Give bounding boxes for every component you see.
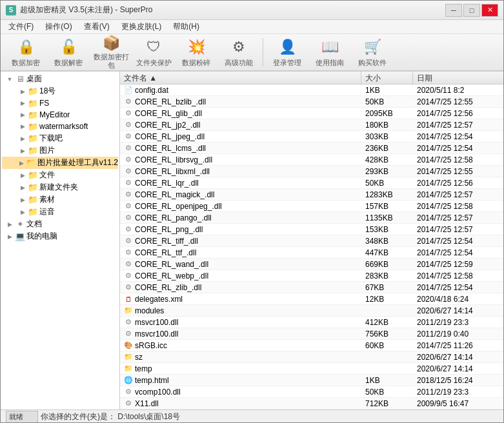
- tree-item-pictures[interactable]: ▶ 📁 图片: [2, 144, 118, 157]
- toggle-18[interactable]: ▶: [17, 86, 28, 97]
- file-icon: ⚙: [124, 399, 133, 408]
- file-row[interactable]: ⚙CORE_RL_wand_.dll669KB2014/7/25 12:59: [120, 259, 503, 270]
- toggle-desktop[interactable]: ▼: [5, 74, 15, 84]
- maximize-button[interactable]: □: [463, 4, 480, 17]
- toolbar-btn-decrypt[interactable]: 🔓数据解密: [48, 36, 88, 68]
- file-row[interactable]: ⚙CORE_RL_ttf_.dll447KB2014/7/25 12:54: [120, 247, 503, 259]
- file-row[interactable]: ⚙CORE_RL_jpeg_.dll303KB2014/7/25 12:54: [120, 131, 503, 143]
- tree-item-FS[interactable]: ▶ 📁 FS: [2, 97, 118, 109]
- file-list-body[interactable]: 📄config.dat1KB2020/5/11 8:2⚙CORE_RL_bzli…: [120, 84, 503, 409]
- menu-item-查看(V)[interactable]: 查看(V): [79, 20, 115, 34]
- file-row[interactable]: ⚙CORE_RL_openjpeg_.dll157KB2014/7/25 12:…: [120, 201, 503, 212]
- tree-item-18[interactable]: ▶ 📁 18号: [2, 85, 118, 97]
- file-row[interactable]: 🗒delegates.xml12KB2020/4/18 6:24: [120, 293, 503, 305]
- file-icon: 🗒: [124, 295, 133, 304]
- toolbar-btn-shred[interactable]: 💥数据粉碎: [176, 36, 216, 68]
- menu-item-文件(F)[interactable]: 文件(F): [3, 20, 39, 34]
- menu-item-帮助(H)[interactable]: 帮助(H): [168, 20, 205, 34]
- file-name-cell: 🎨sRGB.icc: [120, 341, 361, 350]
- file-row[interactable]: ⚙X11.dll712KB2009/9/5 16:47: [120, 398, 503, 409]
- toggle-docs[interactable]: ▶: [5, 219, 15, 230]
- toggle-downloads[interactable]: ▶: [17, 133, 28, 144]
- toolbar-btn-encrypt[interactable]: 🔒数据加密: [6, 36, 46, 68]
- file-row[interactable]: ⚙CORE_RL_png_.dll153KB2014/7/25 12:57: [120, 224, 503, 235]
- toggle-batch[interactable]: ▶: [17, 158, 26, 168]
- file-row[interactable]: ⚙CORE_RL_webp_.dll283KB2014/7/25 12:58: [120, 270, 503, 282]
- file-row[interactable]: ⚙CORE_RL_pango_.dll1135KB2014/7/25 12:57: [120, 212, 503, 224]
- toggle-sounds[interactable]: ▶: [17, 207, 28, 217]
- tree-panel[interactable]: ▼ 🖥 桌面 ▶ 📁 18号 ▶ 📁 FS ▶ 📁 MyEditor ▶ 📁 w…: [1, 72, 120, 409]
- file-icon: ⚙: [124, 248, 133, 257]
- toggle-newfolder[interactable]: ▶: [17, 182, 28, 193]
- file-row[interactable]: 📁temp2020/6/27 14:14: [120, 363, 503, 375]
- close-button[interactable]: ✕: [481, 4, 498, 17]
- tree-item-sounds[interactable]: ▶ 📁 运音: [2, 206, 118, 218]
- header-filename[interactable]: 文件名 ▲: [120, 72, 361, 85]
- tree-item-watermarksoft[interactable]: ▶ 📁 watermarksoft: [2, 121, 118, 132]
- toolbar-btn-protect[interactable]: 🛡文件夹保护: [134, 36, 174, 68]
- toggle-mypc[interactable]: ▶: [5, 231, 15, 242]
- file-name: delegates.xml: [135, 295, 183, 304]
- tree-item-MyEditor[interactable]: ▶ 📁 MyEditor: [2, 109, 118, 121]
- toggle-pictures[interactable]: ▶: [17, 146, 28, 156]
- toolbar-btn-pack[interactable]: 📦数据加密打包: [91, 36, 131, 68]
- menu-item-更换皮肤(L)[interactable]: 更换皮肤(L): [116, 20, 167, 34]
- file-row[interactable]: 🎨sRGB.icc60KB2014/7/25 11:26: [120, 340, 503, 351]
- toolbar-btn-buy[interactable]: 🛒购买软件: [352, 36, 392, 68]
- file-row[interactable]: ⚙CORE_RL_magick_.dll1283KB2014/7/25 12:5…: [120, 189, 503, 201]
- files-label: 文件: [39, 170, 55, 181]
- file-name-cell: 📄config.dat: [120, 86, 361, 95]
- file-name-cell: ⚙CORE_RL_glib_.dll: [120, 109, 361, 118]
- tree-item-docs[interactable]: ▶ ✦ 文档: [2, 218, 118, 230]
- file-icon: ⚙: [124, 330, 133, 339]
- header-size[interactable]: 大小: [361, 72, 413, 85]
- file-row[interactable]: ⚙CORE_RL_lqr_.dll50KB2014/7/25 12:56: [120, 177, 503, 189]
- tree-item-desktop[interactable]: ▼ 🖥 桌面: [2, 73, 118, 85]
- tree-item-files[interactable]: ▶ 📁 文件: [2, 169, 118, 181]
- file-row[interactable]: ⚙CORE_RL_lcms_.dll236KB2014/7/25 12:54: [120, 143, 503, 154]
- toggle-materials[interactable]: ▶: [17, 195, 28, 205]
- toggle-FS[interactable]: ▶: [17, 98, 28, 108]
- file-name: CORE_RL_pango_.dll: [135, 213, 212, 222]
- file-date-cell: 2014/7/25 12:58: [413, 202, 503, 211]
- tree-item-newfolder[interactable]: ▶ 📁 新建文件夹: [2, 181, 118, 193]
- file-row[interactable]: 🌐temp.html1KB2018/12/5 16:24: [120, 375, 503, 386]
- file-row[interactable]: 📄config.dat1KB2020/5/11 8:2: [120, 84, 503, 96]
- file-icon: ⚙: [124, 121, 133, 130]
- file-row[interactable]: ⚙CORE_RL_jp2_.dll180KB2014/7/25 12:57: [120, 119, 503, 131]
- toolbar-btn-guide[interactable]: 📖使用指南: [310, 36, 350, 68]
- file-row[interactable]: ⚙CORE_RL_librsvg_.dll428KB2014/7/25 12:5…: [120, 154, 503, 166]
- file-row[interactable]: ⚙CORE_RL_tiff_.dll348KB2014/7/25 12:54: [120, 235, 503, 247]
- file-list-header: 文件名 ▲ 大小 日期: [120, 72, 503, 84]
- file-size-cell: 283KB: [361, 271, 413, 280]
- tree-item-batch[interactable]: ▶ 📁 图片批量处理工具v11.2: [2, 157, 118, 169]
- tree-item-mypc[interactable]: ▶ 💻 我的电脑: [2, 230, 118, 242]
- file-size-cell: 412KB: [361, 318, 413, 327]
- file-date-cell: 2014/7/25 12:54: [413, 144, 503, 153]
- toggle-watermarksoft[interactable]: ▶: [17, 121, 28, 132]
- tree-item-materials[interactable]: ▶ 📁 素材: [2, 193, 118, 206]
- file-row[interactable]: 📁modules2020/6/27 14:14: [120, 305, 503, 317]
- file-row[interactable]: ⚙msvcr100.dll412KB2011/2/19 23:3: [120, 317, 503, 328]
- minimize-button[interactable]: ─: [445, 4, 462, 17]
- tree-item-downloads[interactable]: ▶ 📁 下载吧: [2, 132, 118, 144]
- file-icon: 🎨: [124, 341, 133, 350]
- file-row[interactable]: ⚙vcomp100.dll50KB2011/2/19 23:3: [120, 386, 503, 398]
- toggle-files[interactable]: ▶: [17, 170, 28, 181]
- file-row[interactable]: ⚙CORE_RL_glib_.dll2095KB2014/7/25 12:56: [120, 108, 503, 119]
- header-date[interactable]: 日期: [413, 72, 503, 85]
- file-row[interactable]: ⚙CORE_RL_zlib_.dll67KB2014/7/25 12:54: [120, 282, 503, 293]
- file-row[interactable]: 📁sz2020/6/27 14:14: [120, 351, 503, 363]
- file-row[interactable]: ⚙msvcr100.dll756KB2011/2/19 0:40: [120, 328, 503, 340]
- file-row[interactable]: ⚙CORE_RL_libxml_.dll293KB2014/7/25 12:55: [120, 166, 503, 177]
- toggle-MyEditor[interactable]: ▶: [17, 110, 28, 120]
- file-row[interactable]: ⚙CORE_RL_bzlib_.dll50KB2014/7/25 12:55: [120, 96, 503, 108]
- protect-label: 文件夹保护: [136, 59, 172, 67]
- toolbar-btn-advanced[interactable]: ⚙高级功能: [219, 36, 259, 68]
- file-date-cell: 2020/4/18 6:24: [413, 295, 503, 304]
- guide-icon: 📖: [319, 37, 340, 57]
- file-date-cell: 2014/7/25 12:54: [413, 132, 503, 141]
- file-name: CORE_RL_openjpeg_.dll: [135, 202, 222, 211]
- menu-item-操作(O)[interactable]: 操作(O): [40, 20, 77, 34]
- toolbar-btn-login[interactable]: 👤登录管理: [267, 36, 307, 68]
